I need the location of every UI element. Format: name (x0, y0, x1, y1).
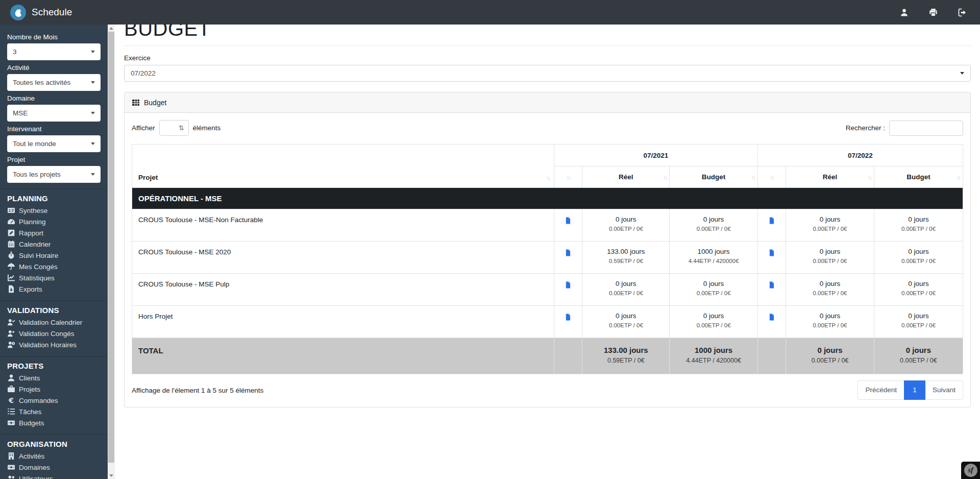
sidebar-item-validation-calendrier[interactable]: Validation Calendrier (7, 317, 101, 328)
document-icon[interactable] (768, 248, 775, 257)
value-cell: 0 jours0.00ETP / 0€ (874, 274, 963, 306)
column-header-reel-07-2021[interactable]: Réel↑↓ (582, 166, 670, 188)
top-navbar: Schedule (0, 0, 980, 25)
money-check-icon (7, 419, 15, 427)
sidebar-item-synthese[interactable]: Synthese (7, 205, 101, 216)
sidebar-item-exports[interactable]: Exports (7, 283, 101, 295)
scrollbar-up-arrow[interactable] (108, 25, 115, 32)
stopwatch-icon (7, 251, 15, 259)
sidebar-item-validation-horaires[interactable]: Validation Horaires (7, 339, 101, 350)
length-label-prefix: Afficher (132, 124, 155, 132)
pagination-page-1[interactable]: 1 (904, 380, 925, 400)
document-icon[interactable] (565, 248, 572, 257)
app-logo-icon (10, 5, 26, 20)
value-etp-euro: 0.00ETP / 0€ (874, 290, 963, 296)
sidebar-item-label: Tâches (19, 408, 41, 416)
detail-cell (757, 242, 786, 274)
filter-select-activite[interactable]: Toutes les activités (7, 74, 101, 91)
symfony-toolbar-badge[interactable]: sf (961, 462, 980, 479)
value-days: 1000 jours (670, 346, 757, 354)
column-header-budget-07-2022[interactable]: Budget↑↓ (874, 166, 963, 188)
scrollbar-thumb[interactable] (108, 32, 114, 463)
sidebar-item-label: Suivi Horaire (19, 252, 58, 259)
document-icon[interactable] (768, 280, 775, 289)
filter-label-domaine: Domaine (7, 94, 101, 102)
column-header-detail-07-2021[interactable]: ↑↓ (554, 166, 582, 188)
sidebar-item-label: Activités (19, 452, 44, 460)
sidebar-item-validation-conges[interactable]: Validation Congés (7, 328, 101, 339)
heading-divider (124, 45, 971, 46)
sidebar-item-rapport[interactable]: Rapport (7, 227, 101, 238)
search-input[interactable] (889, 121, 963, 136)
sidebar: Nombre de Mois3ActivitéToutes les activi… (0, 25, 108, 479)
sidebar-section-projets: PROJETS (7, 362, 101, 370)
sidebar-item-label: Mes Congés (19, 263, 58, 271)
sidebar-item-taches[interactable]: Tâches (7, 406, 101, 417)
value-days: 1000 jours (670, 248, 757, 255)
sidebar-scrollbar[interactable] (108, 25, 115, 479)
column-header-label: Budget (906, 173, 930, 181)
sidebar-item-label: Domaines (19, 464, 50, 471)
filter-value: Tout le monde (13, 140, 56, 148)
value-days: 0 jours (874, 248, 963, 255)
budget-card-body: Afficher ⇅ éléments Rechercher : (125, 113, 970, 407)
sidebar-item-budgets[interactable]: Budgets (7, 417, 101, 428)
value-etp-euro: 0.00ETP / 0€ (874, 258, 963, 264)
sidebar-item-label: Utilisateurs (19, 475, 53, 479)
column-header-budget-07-2021[interactable]: Budget↑↓ (670, 166, 758, 188)
sidebar-item-label: Synthese (19, 207, 47, 214)
document-icon[interactable] (565, 216, 572, 225)
total-value-cell: 133.00 jours0.59ETP / 0€ (582, 338, 670, 374)
sidebar-item-suivi-horaire[interactable]: Suivi Horaire (7, 250, 101, 261)
tasks-icon (7, 408, 15, 416)
user-clock-icon (7, 341, 15, 349)
sidebar-item-planning[interactable]: Planning (7, 216, 101, 227)
sidebar-item-label: Clients (19, 374, 40, 382)
exercice-value: 07/2022 (131, 69, 156, 77)
filter-select-intervenant[interactable]: Tout le monde (7, 135, 101, 152)
app-brand-link[interactable]: Schedule (10, 5, 72, 20)
svg-text:€: € (8, 396, 14, 404)
document-icon[interactable] (565, 313, 572, 321)
chevron-down-icon (91, 81, 95, 84)
pagination-next[interactable]: Suivant (925, 380, 963, 400)
document-icon[interactable] (768, 216, 775, 225)
user-icon (7, 374, 15, 382)
scrollbar-down-arrow[interactable] (108, 472, 115, 479)
filter-label-intervenant: Intervenant (7, 125, 101, 133)
tachometer-icon (7, 218, 15, 226)
column-header-projet[interactable]: Projet ↑↓ (132, 145, 554, 188)
column-header-detail-07-2022[interactable]: ↑↓ (757, 166, 786, 188)
sidebar-item-domaines[interactable]: Domaines (7, 462, 101, 473)
filter-select-nombre-de-mois[interactable]: 3 (7, 43, 101, 60)
sidebar-item-calendrier[interactable]: Calendrier (7, 238, 101, 250)
sidebar-item-utilisateurs[interactable]: Utilisateurs (7, 473, 101, 479)
user-icon[interactable] (900, 8, 909, 17)
detail-cell (757, 306, 786, 338)
sidebar-item-statistiques[interactable]: Statistiques (7, 272, 101, 283)
filter-select-projet[interactable]: Tous les projets (7, 166, 101, 183)
filter-select-domaine[interactable]: MSE (7, 105, 101, 122)
document-icon[interactable] (768, 313, 775, 321)
sidebar-item-mes-conges[interactable]: Mes Congés (7, 261, 101, 272)
detail-cell (554, 274, 582, 306)
value-etp-euro: 4.44ETP / 420000€ (670, 258, 757, 264)
sidebar-item-label: Validation Calendrier (19, 319, 82, 326)
budget-table: Projet ↑↓ 07/2021 07/2022 ↑↓Réel↑↓Budget… (132, 144, 963, 374)
logout-icon[interactable] (958, 8, 967, 17)
page-length-select[interactable]: ⇅ (159, 120, 189, 136)
project-name-cell: CROUS Toulouse - MSE-Non Facturable (132, 209, 554, 242)
sidebar-item-projets[interactable]: Projets (7, 384, 101, 395)
column-header-reel-07-2022[interactable]: Réel↑↓ (786, 166, 874, 188)
sidebar-item-clients[interactable]: Clients (7, 372, 101, 384)
chart-line-icon (7, 274, 15, 282)
sidebar-item-commandes[interactable]: €Commandes (7, 395, 101, 406)
pagination-previous[interactable]: Précédent (857, 380, 904, 400)
print-icon[interactable] (929, 8, 938, 17)
exercice-select[interactable]: 07/2022 (124, 65, 971, 82)
sidebar-item-activites[interactable]: Activités (7, 450, 101, 462)
sidebar-item-label: Rapport (19, 229, 43, 237)
project-name-cell: CROUS Toulouse - MSE Pulp (132, 274, 554, 306)
value-days: 0 jours (786, 346, 874, 354)
document-icon[interactable] (565, 280, 572, 289)
